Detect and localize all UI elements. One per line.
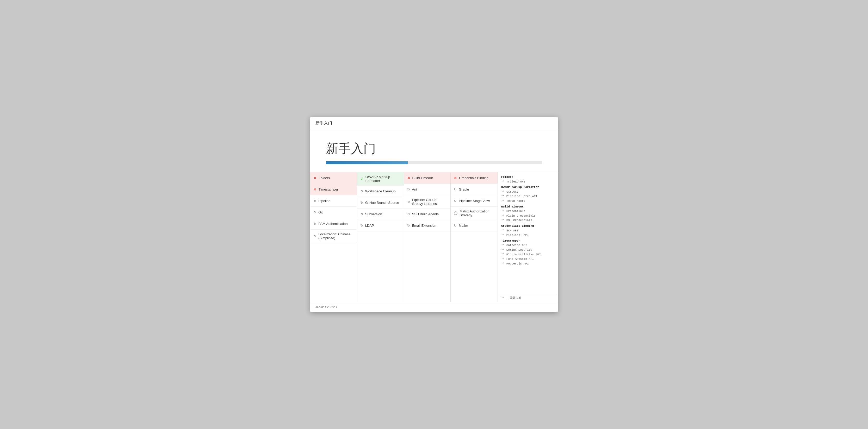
sidebar-dep: ** SCM API [501,229,555,233]
sidebar-dep: ** SSH Credentials [501,218,555,223]
refresh-icon: ↻ [454,188,457,191]
plugin-label: Mailer [459,224,468,228]
main-modal: 新手入门 新手入门 ✕ Folders ✕ Timestamper ↻ [310,117,558,312]
list-item[interactable]: ↻ Mailer [451,220,498,231]
plugin-label: PAM Authentication [318,222,348,226]
list-item[interactable]: ↻ Ant [404,184,451,195]
list-item[interactable]: ✓ OWASP Markup Formatter [357,172,404,186]
list-item[interactable]: ↻ Localization: Chinese (Simplified) [310,230,357,243]
refresh-icon: ↻ [454,199,457,203]
sidebar-dep: ** Caffeine API [501,243,555,248]
hero-title: 新手入门 [326,140,542,157]
plugin-label: Git [318,210,323,214]
refresh-icon: ↻ [360,224,363,228]
content-area: ✕ Folders ✕ Timestamper ↻ Pipeline ↻ Git… [310,172,558,302]
sidebar-dep: ** Plugin Utilities API [501,253,555,257]
list-item[interactable]: ↻ Gradle [451,184,498,195]
list-item[interactable]: Matrix Authorization Strategy [451,207,498,220]
error-icon: ✕ [454,176,457,180]
plugin-label: Pipeline [318,199,330,203]
plugin-label: Workspace Cleanup [365,189,396,193]
plugin-grid: ✕ Folders ✕ Timestamper ↻ Pipeline ↻ Git… [310,172,498,302]
plugin-label: LDAP [365,224,374,228]
refresh-icon: ↻ [407,188,410,191]
plugin-label: Email Extension [412,224,436,228]
sidebar-dep: ** Structs [501,190,555,194]
sidebar-footer-text: ** - 需要依赖 [501,297,521,300]
refresh-icon: ↻ [407,212,410,216]
list-item[interactable]: ↻ Pipeline: GitHub Groovy Libraries [404,195,451,208]
progress-bar-fill [326,161,408,164]
sidebar-footer: ** - 需要依赖 [498,294,558,302]
plugin-label: Matrix Authorization Strategy [460,209,494,217]
refresh-icon: ↻ [407,224,410,228]
list-item[interactable]: ↻ Subversion [357,208,404,220]
refresh-icon: ↻ [407,200,410,204]
modal-footer: Jenkins 2.222.1 [310,302,558,312]
hero-section: 新手入门 [310,130,558,172]
list-item[interactable]: ✕ Timestamper [310,184,357,195]
list-item[interactable]: ↻ Git [310,207,357,218]
plugin-column-4: ✕ Credentials Binding ↻ Gradle ↻ Pipelin… [451,172,498,302]
sidebar-dep: ** Token Macro [501,199,555,204]
refresh-icon: ↻ [360,189,363,193]
sidebar-dep: ** Pipeline: Step API [501,194,555,199]
list-item[interactable]: ↻ Pipeline [310,195,357,207]
plugin-label: Timestamper [319,188,338,191]
plugin-label: SSH Build Agents [412,212,439,216]
plugin-label: Ant [412,188,417,191]
error-icon: ✕ [313,176,316,180]
sidebar-section: Credentials Binding ** SCM API ** Pipeli… [501,224,555,238]
plugin-label: Subversion [365,212,382,216]
list-item[interactable]: ✕ Build Timeout [404,172,451,184]
sidebar-dep: ** Popper.js API [501,262,555,266]
sidebar-dep: ** Font Awesome API [501,257,555,262]
sidebar-dep: ** Script Security [501,248,555,253]
plugin-label: Folders [319,176,330,180]
list-item[interactable]: ↻ SSH Build Agents [404,208,451,220]
sidebar-section-header: Folders [501,175,555,179]
plugin-label: Gradle [459,188,469,191]
refresh-icon: ↻ [313,222,316,226]
right-panel: Folders ** Trilead API OWASP Markup Form… [498,172,558,302]
plugin-label: Credentials Binding [459,176,489,180]
list-item[interactable]: ✕ Credentials Binding [451,172,498,184]
refresh-icon: ↻ [313,210,316,214]
sidebar-section: Timestamper ** Caffeine API ** Script Se… [501,239,555,266]
sidebar-section-header: Timestamper [501,239,555,243]
sidebar-section-header: OWASP Markup Formatter [501,185,555,190]
refresh-icon: ↻ [454,224,457,228]
plugin-label: Pipeline: Stage View [459,199,490,203]
sidebar-section: Folders ** Trilead API [501,175,555,184]
sidebar-deps-panel: Folders ** Trilead API OWASP Markup Form… [498,172,558,269]
plugin-label: OWASP Markup Formatter [366,175,401,183]
sidebar-dep: ** Pipeline: API [501,233,555,238]
sidebar-dep: ** Trilead API [501,179,555,184]
sidebar-dep: ** Credentials [501,209,555,214]
plugin-column-2: ✓ OWASP Markup Formatter ↻ Workspace Cle… [357,172,404,302]
modal-title: 新手入门 [315,121,332,125]
plugin-label: Build Timeout [412,176,433,180]
list-item[interactable]: ↻ Pipeline: Stage View [451,195,498,207]
plugin-label: GitHub Branch Source [365,201,399,205]
modal-title-bar: 新手入门 [310,117,558,130]
refresh-icon: ↻ [360,212,363,216]
error-icon: ✕ [407,176,410,180]
list-item[interactable]: ↻ GitHub Branch Source [357,197,404,208]
list-item[interactable]: ✕ Folders [310,172,357,184]
sidebar-dep: ** Plain Credentials [501,214,555,219]
refresh-icon: ↻ [313,199,316,203]
sidebar-section-header: Credentials Binding [501,224,555,229]
refresh-icon: ↻ [360,201,363,205]
plugin-column-3: ✕ Build Timeout ↻ Ant ↻ Pipeline: GitHub… [404,172,451,302]
plugin-column-1: ✕ Folders ✕ Timestamper ↻ Pipeline ↻ Git… [310,172,357,302]
list-item[interactable]: ↻ PAM Authentication [310,218,357,230]
list-item[interactable]: ↻ LDAP [357,220,404,231]
sidebar-section-header: Build Timeout [501,205,555,209]
list-item[interactable]: ↻ Workspace Cleanup [357,186,404,197]
list-item[interactable]: ↻ Email Extension [404,220,451,231]
refresh-icon: ↻ [313,234,316,238]
circle-icon [454,211,458,215]
sidebar-section: OWASP Markup Formatter ** Structs ** Pip… [501,185,555,203]
plugin-label: Localization: Chinese (Simplified) [318,232,354,240]
